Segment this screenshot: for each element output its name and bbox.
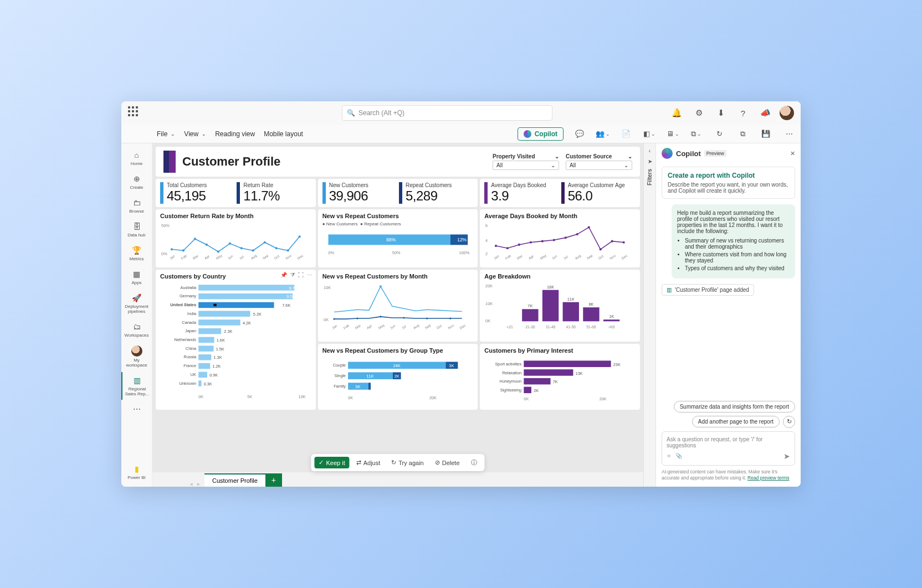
more-icon: ⋯ [307, 272, 313, 278]
tab-customer-profile[interactable]: Customer Profile [204, 473, 265, 487]
nav-workspaces[interactable]: 🗂Workspaces [121, 318, 152, 341]
copilot-input[interactable]: Ask a question or request, or type '/' f… [662, 431, 795, 466]
regenerate-suggestions-button[interactable]: ↻ [783, 416, 795, 428]
home-icon: ⌂ [132, 150, 142, 160]
svg-point-37 [506, 247, 509, 249]
nav-powerbi[interactable]: ▮Power BI [121, 461, 152, 483]
sparkle-icon[interactable]: ✧ [667, 453, 671, 459]
persona-icon[interactable]: 👥 [596, 127, 610, 141]
column-chart: 20K10K0K 7K 18K 11K 8K 1K <2121-3031-404… [484, 282, 636, 334]
app-launcher-icon[interactable] [128, 106, 141, 120]
svg-rect-85 [198, 354, 211, 360]
view-menu[interactable]: View [184, 130, 206, 138]
svg-text:0K: 0K [198, 394, 203, 399]
reading-view-button[interactable]: Reading view [215, 130, 255, 138]
header-accent [163, 151, 176, 173]
preview-terms-link[interactable]: Read preview terms [747, 475, 790, 481]
svg-text:Feb: Feb [180, 254, 187, 260]
user-avatar[interactable] [780, 106, 794, 120]
chevron-down-icon: ⌄ [624, 162, 628, 168]
notifications-icon[interactable]: 🔔 [669, 105, 684, 121]
chart-avg-days-month[interactable]: Average Days Booked by Month 642 JanFebM… [480, 209, 640, 267]
refresh-icon[interactable]: ↻ [712, 127, 726, 141]
copilot-toggle-button[interactable]: Copilot [518, 127, 564, 141]
more-icon[interactable]: ⋯ [782, 127, 796, 141]
chart-return-rate-month[interactable]: Customer Return Rate by Month 50% 0% Jan… [156, 209, 316, 267]
nav-metrics[interactable]: 🏆Metrics [121, 242, 152, 265]
save-icon[interactable]: 💾 [759, 127, 773, 141]
nav-pipelines[interactable]: 🚀Deployment pipelines [121, 290, 152, 317]
export-icon[interactable]: ⧉ [689, 127, 703, 141]
svg-point-105 [380, 316, 381, 318]
adjust-button[interactable]: ⇄Adjust [352, 457, 385, 468]
workspaces-icon: 🗂 [132, 322, 142, 332]
chat-icon[interactable]: 💬 [572, 127, 587, 141]
svg-text:100%: 100% [459, 250, 469, 255]
svg-text:Apr: Apr [203, 254, 211, 261]
info-button[interactable]: ⓘ [467, 456, 482, 469]
apps-icon: ▦ [132, 269, 142, 279]
suggestion-summarize[interactable]: Summarize data and insights form the rep… [674, 401, 795, 412]
file-menu[interactable]: File [157, 130, 175, 138]
present-icon[interactable]: 🖥 [665, 127, 680, 141]
pin-icon: 📌 [280, 272, 287, 278]
chart-nvr-by-group[interactable]: New vs Repeat Customers by Group Type Co… [318, 344, 478, 410]
svg-text:Japan: Japan [185, 329, 196, 334]
search-input[interactable]: 🔍 Search (Alt +Q) [342, 105, 552, 121]
refresh-icon: ↻ [391, 459, 396, 466]
nav-create[interactable]: ⊕Create [121, 171, 152, 193]
download-icon[interactable]: ⬇ [713, 105, 729, 121]
svg-point-102 [379, 286, 381, 288]
nav-browse[interactable]: 🗀Browse [121, 194, 152, 217]
suggestion-add-page[interactable]: Add another page to the report [692, 416, 780, 427]
copilot-logo-icon [662, 148, 673, 159]
nav-more[interactable]: ⋯ [121, 401, 152, 417]
reading-icon[interactable]: 📄 [619, 127, 633, 141]
nav-my-workspace[interactable]: My workspace [121, 342, 152, 371]
svg-text:0%: 0% [328, 250, 334, 255]
kpi-card-age-days[interactable]: Average Days Booked3.9 Average Customer … [480, 179, 640, 207]
preview-badge: Preview [704, 150, 726, 157]
ellipsis-icon: ⋯ [132, 404, 142, 414]
visual-toolbar[interactable]: 📌⧩⛶⋯ [280, 272, 313, 278]
chart-customers-by-country[interactable]: Customers by Country 📌⧩⛶⋯ Australia9.7K … [156, 270, 316, 409]
svg-text:9.7K: 9.7K [289, 286, 297, 291]
svg-text:Oct: Oct [598, 254, 605, 260]
keep-it-button[interactable]: ✓Keep it [314, 457, 349, 468]
nav-datahub[interactable]: 🗄Data hub [121, 218, 152, 241]
chart-primary-interest[interactable]: Customers by Primary Interest Sport acti… [480, 344, 640, 410]
slicer-property-visited[interactable]: Property Visited⌄ All⌄ [493, 153, 559, 170]
chart-age-breakdown[interactable]: Age Breakdown 20K10K0K 7K 18K 11K 8K 1K … [480, 270, 640, 341]
nav-apps[interactable]: ▦Apps [121, 266, 152, 288]
sliders-icon: ⇄ [356, 459, 361, 466]
svg-point-6 [217, 250, 219, 252]
kpi-card-new-repeat[interactable]: New Customers39,906 Repeat Customers5,28… [318, 179, 478, 207]
svg-text:0.3K: 0.3K [204, 381, 212, 386]
svg-text:0K: 0K [485, 319, 490, 324]
try-again-button[interactable]: ↻Try again [387, 457, 428, 468]
explore-icon[interactable]: ◧ [642, 127, 657, 141]
kpi-card-customers[interactable]: Total Customers45,195 Return Rate11.7% [156, 179, 316, 207]
announcements-icon[interactable]: 📣 [757, 105, 773, 121]
svg-point-43 [576, 233, 578, 235]
chart-new-vs-repeat[interactable]: New vs Repeat Customers ● New Customers … [318, 209, 478, 267]
nav-regional-sales[interactable]: ▥Regional Sales Rep... [121, 372, 152, 400]
mobile-layout-button[interactable]: Mobile layout [264, 130, 303, 138]
svg-rect-161 [524, 369, 573, 376]
chart-nvr-by-month[interactable]: New vs Repeat Customers by Month 10K0K J… [318, 270, 478, 341]
close-copilot-button[interactable]: ✕ [790, 150, 795, 157]
tab-nav-arrows[interactable]: ◂▸ [186, 481, 204, 487]
help-icon[interactable]: ? [735, 105, 751, 121]
attach-icon[interactable]: 📎 [675, 453, 682, 459]
slicer-customer-source[interactable]: Customer Source⌄ All⌄ [566, 153, 632, 170]
filters-pane-collapsed[interactable]: ‹ ➤ Filters [643, 143, 655, 487]
add-page-button[interactable]: + [265, 473, 282, 487]
delete-button[interactable]: ⊘Delete [431, 457, 464, 468]
copy-icon[interactable]: ⧉ [735, 127, 750, 141]
svg-text:Relaxation: Relaxation [503, 370, 522, 375]
nav-home[interactable]: ⌂Home [121, 147, 152, 169]
svg-text:2.3K: 2.3K [224, 329, 232, 334]
send-button[interactable]: ➤ [783, 452, 790, 461]
settings-gear-icon[interactable]: ⚙ [691, 105, 706, 121]
svg-text:51-60: 51-60 [587, 325, 597, 329]
